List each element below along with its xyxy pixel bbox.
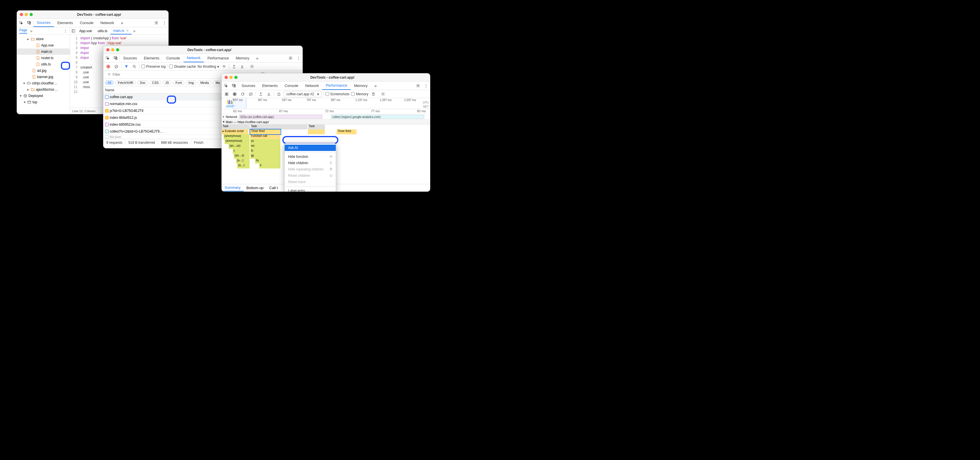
- tab-performance[interactable]: Performance: [322, 81, 350, 90]
- memory-checkbox[interactable]: Memory: [351, 92, 368, 96]
- close-icon[interactable]: [224, 76, 228, 79]
- kebab-icon[interactable]: ⋮: [294, 54, 302, 62]
- tree-item[interactable]: main.ts: [17, 49, 70, 55]
- tree-item[interactable]: router.ts: [17, 55, 70, 61]
- file-tree[interactable]: ▸storeApp.vuemain.tsrouter.tsutils.tsad.…: [17, 35, 70, 114]
- tree-item[interactable]: App.vue: [17, 42, 70, 49]
- throttling-select[interactable]: No throttling ▾: [197, 64, 220, 69]
- tab-console[interactable]: Console: [281, 81, 302, 90]
- tab-performance[interactable]: Performance: [204, 54, 232, 62]
- flame-bar[interactable]: tz: [250, 149, 281, 154]
- tree-item[interactable]: utils.ts: [17, 61, 70, 67]
- tab-sources[interactable]: Sources: [238, 81, 259, 90]
- flame-bar[interactable]: ▸ Evaluate script: [222, 129, 249, 134]
- trash-icon[interactable]: [370, 91, 377, 97]
- tab-console[interactable]: Console: [163, 54, 183, 62]
- flame-bar[interactable]: gy: [250, 154, 281, 159]
- filetab-utils[interactable]: utils.ts: [95, 27, 110, 35]
- tab-elements[interactable]: Elements: [54, 19, 76, 27]
- home-icon[interactable]: [276, 91, 282, 97]
- network-bar[interactable]: 522e.css (coffee-cart.app): [239, 115, 322, 119]
- tree-item[interactable]: ad.jpg: [17, 67, 70, 74]
- filetab-main[interactable]: main.ts×: [110, 27, 132, 35]
- flame-bar[interactable]: (anonymous): [223, 134, 250, 139]
- flame-bar[interactable]: wz: [250, 144, 281, 149]
- preserve-log-checkbox[interactable]: Preserve log: [141, 65, 165, 68]
- navigator-icon[interactable]: [70, 28, 76, 34]
- tab-network[interactable]: Network: [302, 81, 323, 90]
- flame-bar[interactable]: [308, 129, 325, 134]
- more-tabs[interactable]: »: [118, 19, 127, 27]
- filter-pill[interactable]: Doc: [137, 80, 148, 85]
- more-sidetabs[interactable]: »: [30, 29, 32, 33]
- flame-bar[interactable]: Timer fired: [250, 129, 281, 134]
- maximize-icon[interactable]: [116, 48, 119, 51]
- search-icon[interactable]: [131, 63, 138, 70]
- flame-bar[interactable]: Task: [250, 125, 308, 129]
- filter-pill[interactable]: Media: [197, 80, 212, 85]
- gear-icon[interactable]: [152, 19, 160, 27]
- network-track[interactable]: ▸ Network 522e.css (coffee-cart.app)coll…: [222, 114, 430, 119]
- more-tabs[interactable]: »: [371, 81, 380, 90]
- gear-icon[interactable]: [286, 54, 294, 62]
- record-icon[interactable]: [105, 63, 111, 70]
- tree-item[interactable]: ▸ajax/libs/nor…: [17, 86, 70, 93]
- tab-sources[interactable]: Sources: [33, 19, 54, 27]
- menu-item[interactable]: Ask AI: [285, 144, 336, 151]
- flame-bar[interactable]: Function call: [250, 134, 281, 139]
- upload-icon[interactable]: [231, 63, 237, 70]
- maximize-icon[interactable]: [234, 76, 237, 79]
- filter-pill[interactable]: Font: [173, 80, 185, 85]
- tree-item[interactable]: banner.jpg: [17, 74, 70, 80]
- inspect-icon[interactable]: [222, 82, 230, 90]
- clear-icon[interactable]: [248, 91, 254, 97]
- tree-item[interactable]: ▾top: [17, 99, 70, 105]
- tree-item[interactable]: ▾cdnjs.cloudflar…: [17, 80, 70, 86]
- expand-icon[interactable]: ▸: [222, 115, 226, 119]
- reload-icon[interactable]: [240, 91, 246, 97]
- recording-select[interactable]: coffee-cart.app #2 ▾: [284, 91, 322, 97]
- page-tab[interactable]: Page: [19, 28, 27, 33]
- tab-memory[interactable]: Memory: [232, 54, 253, 62]
- flame-bar[interactable]: Timer fired: [337, 129, 357, 134]
- close-icon[interactable]: [106, 48, 110, 51]
- titlebar[interactable]: DevTools - coffee-cart.app/: [103, 46, 302, 54]
- timeline-overview[interactable]: CPU NET 197 ms397 ms597 ms797 ms997 ms1,…: [222, 98, 430, 109]
- menu-item[interactable]: Hide functionH: [285, 154, 336, 160]
- record-icon[interactable]: [223, 91, 230, 97]
- titlebar[interactable]: DevTools - coffee-cart.app/: [17, 11, 168, 19]
- clear-icon[interactable]: [113, 63, 119, 70]
- device-icon[interactable]: [25, 19, 33, 27]
- disable-cache-checkbox[interactable]: Disable cache: [169, 65, 196, 68]
- tab-summary[interactable]: Summary: [222, 184, 243, 191]
- device-icon[interactable]: [230, 82, 238, 90]
- menu-item[interactable]: Label entry: [285, 188, 336, 192]
- collapse-icon[interactable]: ▾: [223, 120, 224, 124]
- filter-pill[interactable]: Img: [186, 80, 196, 85]
- tab-memory[interactable]: Memory: [351, 81, 371, 90]
- gear-icon[interactable]: [380, 91, 386, 97]
- flame-bar[interactable]: Task: [308, 125, 325, 129]
- gear-icon[interactable]: [249, 63, 255, 70]
- more-tabs[interactable]: »: [253, 54, 262, 62]
- upload-icon[interactable]: [258, 91, 264, 97]
- tree-item[interactable]: ▾Deployed: [17, 93, 70, 99]
- filter-pill[interactable]: Ma: [213, 80, 222, 85]
- tab-console[interactable]: Console: [76, 19, 97, 27]
- context-menu[interactable]: Ask AIHide functionHHide childrenCHide r…: [284, 143, 336, 192]
- tree-item[interactable]: ▸store: [17, 36, 70, 42]
- tab-elements[interactable]: Elements: [259, 81, 281, 90]
- device-icon[interactable]: [111, 54, 119, 62]
- network-bar[interactable]: collect (region1.google-analytics.com): [331, 115, 424, 119]
- kebab-icon[interactable]: ⋮: [422, 82, 430, 90]
- flame-bar[interactable]: c: [233, 149, 250, 154]
- time-ruler[interactable]: 62 ms67 ms72 ms77 ms82 ms: [222, 109, 430, 114]
- filter-icon[interactable]: [123, 63, 129, 70]
- filter-pill[interactable]: CSS: [150, 80, 161, 85]
- download-icon[interactable]: [239, 63, 245, 70]
- tab-calltree[interactable]: Call t: [267, 184, 281, 191]
- flame-bar[interactable]: (a…): [236, 159, 250, 163]
- inspect-icon[interactable]: [103, 54, 111, 62]
- tab-network[interactable]: Network: [97, 19, 118, 27]
- filter-pill[interactable]: All: [105, 80, 114, 85]
